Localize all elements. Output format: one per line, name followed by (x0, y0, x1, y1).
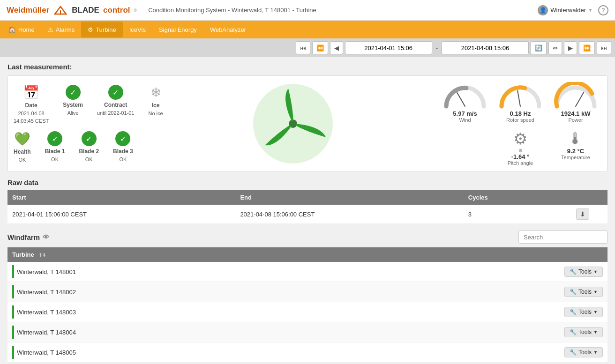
logo-area: Weidmüller BLADE control ® Condition Mon… (7, 6, 316, 15)
user-info[interactable]: 👤 Winterwalder ▼ (538, 5, 592, 15)
nav-item-webanalyzer[interactable]: WebAnalyzer (203, 22, 253, 37)
raw-download-cell: ⬇ (571, 205, 608, 224)
thermometer-icon: 🌡 (568, 129, 584, 148)
turbine-name: Winterwald, T 148003 (17, 309, 76, 316)
nav-item-home[interactable]: 🏠 Home (2, 22, 41, 37)
tools-label: Tools (578, 309, 592, 315)
turbine-row: Winterwald, T 148003 🔧 Tools ▼ (8, 302, 608, 322)
green-bar (12, 346, 14, 359)
green-bar (12, 265, 14, 278)
tools-button[interactable]: 🔧 Tools ▼ (564, 327, 603, 337)
tools-dropdown-icon: ▼ (593, 310, 598, 314)
green-bar (12, 305, 14, 319)
wrench-icon: 🔧 (570, 349, 577, 356)
raw-data-table: Start End Cycles 2021-04-01 15:06:00 CES… (8, 190, 608, 224)
prev-button[interactable]: ◀ (330, 41, 343, 54)
status-row-1: 📅 Date 2021-04-08 14:03:45 CEST ✓ System… (14, 85, 163, 124)
search-input[interactable] (518, 230, 608, 244)
col-action (571, 190, 608, 205)
raw-data-title: Raw data (8, 178, 608, 186)
tools-dropdown-icon: ▼ (593, 350, 598, 355)
date-to-input[interactable] (442, 41, 529, 54)
eye-icon[interactable]: 👁 (43, 233, 49, 241)
tools-label: Tools (578, 349, 592, 356)
turbine-name: Winterwald, T 148004 (17, 329, 76, 336)
turbine-name-cell: Winterwald, T 148001 (8, 262, 560, 282)
logo-control-text: control (103, 6, 130, 15)
wrench-icon: 🔧 (570, 268, 577, 275)
svg-point-4 (290, 121, 296, 126)
tools-button[interactable]: 🔧 Tools ▼ (564, 287, 603, 297)
last-measurement-title: Last measurement: (8, 63, 608, 71)
svg-line-5 (457, 92, 465, 106)
sort-icon: ⬆⬇ (38, 253, 46, 258)
gauge-row-2: ⚙ ⚙ -1.64 ° Pitch angle 🌡 9.2 °C Tempera… (495, 129, 601, 166)
step-back-button[interactable]: ⏪ (312, 41, 328, 54)
status-health: 💚 Health OK (14, 131, 31, 163)
refresh-button[interactable]: 🔄 (531, 41, 547, 54)
status-blade1: ✓ Blade 1 OK (45, 131, 65, 163)
ice-icon: ❄ (150, 85, 161, 100)
turbine-tools-cell: 🔧 Tools ▼ (560, 322, 608, 342)
turbine-name-cell: Winterwald, T 148003 (8, 302, 560, 322)
skip-to-end-button[interactable]: ⏭ (597, 41, 611, 54)
turbine-col-header: Turbine ⬆⬇ (8, 247, 560, 262)
tools-label: Tools (578, 268, 592, 275)
pitch-icon: ⚙ (513, 129, 527, 148)
health-icon: 💚 (14, 131, 30, 147)
date-from-input[interactable] (345, 41, 432, 54)
turbine-nav-icon: ⚙ (88, 26, 93, 33)
logo-blade-text: BLADE (72, 6, 99, 15)
nav-item-icevis[interactable]: IceVis (123, 22, 152, 37)
date-separator: - (434, 45, 440, 52)
turbine-name: Winterwald, T 148005 (17, 349, 76, 356)
nav-item-alarms[interactable]: ⚠ Alarms (41, 22, 81, 37)
tools-button[interactable]: 🔧 Tools ▼ (564, 307, 603, 317)
turbine-name: Winterwald, T 148001 (17, 268, 76, 275)
blade2-check-icon: ✓ (82, 131, 97, 146)
turbine-tools-cell: 🔧 Tools ▼ (560, 262, 608, 282)
skip-to-start-button[interactable]: ⏮ (296, 41, 310, 54)
system-check-icon: ✓ (66, 85, 81, 100)
logo-blade-icon (54, 6, 67, 15)
wrench-icon: 🔧 (570, 289, 577, 295)
download-button[interactable]: ⬇ (576, 208, 589, 220)
main-content: Last measurement: 📅 Date 2021-04-08 14:0… (0, 57, 615, 364)
turbine-name-cell: Winterwald, T 148005 (8, 342, 560, 363)
nav-item-turbine[interactable]: ⚙ Turbine (81, 22, 123, 37)
gauges-area: 5.97 m/s Wind 0.18 Hz Rotor speed (423, 82, 601, 166)
tools-dropdown-icon: ▼ (593, 269, 598, 274)
gauge-rotor: 0.18 Hz Rotor speed (495, 82, 546, 123)
col-end: End (235, 190, 463, 205)
header: Weidmüller BLADE control ® Condition Mon… (0, 0, 615, 21)
next-button[interactable]: ▶ (564, 41, 577, 54)
step-forward-button[interactable]: ⏩ (579, 41, 595, 54)
turbine-table: Turbine ⬆⬇ Winterwald, T 148001 🔧 Tools … (8, 247, 608, 363)
windfarm-header: Windfarm 👁 (8, 230, 608, 244)
tools-button[interactable]: 🔧 Tools ▼ (564, 267, 603, 277)
header-right: 👤 Winterwalder ▼ ? (538, 5, 608, 15)
turbine-row: Winterwald, T 148004 🔧 Tools ▼ (8, 322, 608, 342)
turbine-visual (163, 82, 423, 166)
status-date: 📅 Date 2021-04-08 14:03:45 CEST (14, 85, 49, 124)
green-bar (12, 326, 14, 339)
turbine-tools-cell: 🔧 Tools ▼ (560, 342, 608, 363)
help-icon[interactable]: ? (598, 5, 608, 15)
windfarm-title: Windfarm 👁 (8, 233, 49, 241)
svg-line-6 (518, 90, 520, 106)
col-start: Start (8, 190, 235, 205)
wrench-icon: 🔧 (570, 329, 577, 335)
turbine-tools-cell: 🔧 Tools ▼ (560, 282, 608, 302)
svg-line-7 (576, 92, 584, 106)
home-icon: 🏠 (8, 26, 16, 33)
turbine-row: Winterwald, T 148001 🔧 Tools ▼ (8, 262, 608, 282)
logo-trademark: ® (134, 8, 137, 13)
username: Winterwalder (550, 7, 586, 14)
shrink-button[interactable]: ⇔ (548, 41, 562, 54)
nav-item-signal-energy[interactable]: Signal Energy (152, 22, 203, 37)
alarm-icon: ⚠ (48, 26, 53, 33)
turbine-row: Winterwald, T 148002 🔧 Tools ▼ (8, 282, 608, 302)
user-icon: 👤 (538, 5, 548, 15)
tools-button[interactable]: 🔧 Tools ▼ (564, 347, 603, 357)
tools-label: Tools (578, 289, 592, 295)
